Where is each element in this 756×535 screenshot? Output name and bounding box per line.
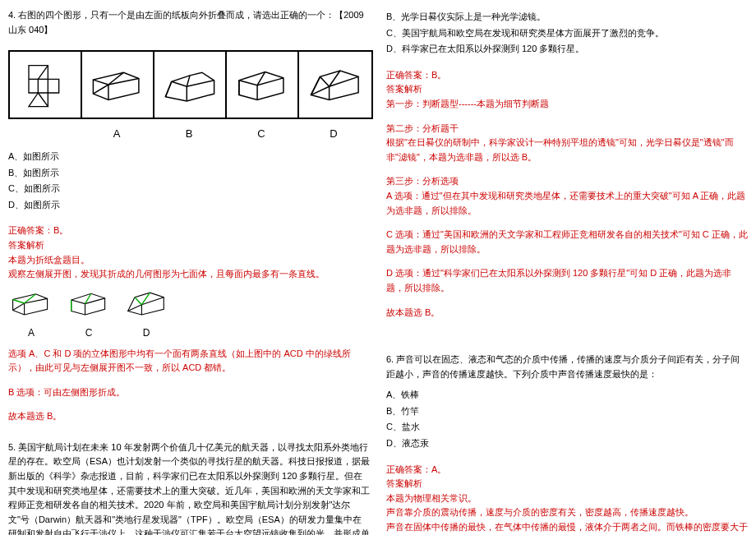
q5-optDParse: D 选项：通过"科学家们已在太阳系以外探测到 120 多颗行星"可知 D 正确，… [386,266,748,295]
q4-parse3: 选项 A、C 和 D 项的立体图形中均有一个面有两条直线（如上图中的 ACD 中… [8,347,370,376]
label-D: D [297,126,370,143]
q6-stem: 6. 声音可以在固态、液态和气态的介质中传播，传播的速度与介质分子间距有关，分子… [386,353,748,381]
option-B-shape [154,52,227,118]
q5-answer: 正确答案：B。 [386,68,748,83]
q4-optB: B、如图所示 [8,166,370,181]
q4-parse5: 故本题选 B。 [8,409,370,424]
small-diag-A: A [8,287,54,342]
q5-optC: C、美国宇航局和欧空局在发现和研究类星体方面展开了激烈的竞争。 [386,26,748,41]
q5-step2b: 根据"在日晷仪的研制中，科学家设计一种特别平坦的透镜"可知，光学日晷仪是"透镜"… [386,136,748,164]
q5-p1: 5. 美国宇航局计划在未来 10 年发射两个价值几十亿美元的航天器，以寻找太阳系… [8,440,370,535]
small-label-A: A [8,325,54,341]
option-C-shape [227,52,299,118]
q4-optD: D、如图所示 [8,198,370,213]
q5-optD: D、科学家已在太阳系以外探测到 120 多颗行星。 [386,42,748,57]
q6-parse3: 声音在固体中传播的最快，在气体中传播的最慢，液体介于两者之间。而铁棒的密度要大于… [386,520,748,535]
folding-diagram [8,50,373,119]
small-diag-C: C [66,287,112,342]
small-label-D: D [123,325,169,341]
small-diagrams-row: A C [8,287,370,342]
q5-optAParse: A 选项：通过"但在其中发现和研究类地星体，还需要技术上的重大突破"可知 A 正… [386,189,748,218]
q5-optB: B、光学日晷仪实际上是一种光学滤镜。 [386,10,748,25]
option-D-shape [299,52,371,118]
q6-parse-header: 答案解析 [386,477,748,491]
q4-parse2: 观察左侧展开图，发现其折成的几何图形为七面体，且每面内最多有一条直线。 [8,267,370,282]
label-C: C [225,126,297,143]
q4-answer: 正确答案：B。 [8,224,370,238]
net-unfolded [10,52,82,118]
q5-concl: 故本题选 B。 [386,306,748,321]
q4-parse1: 本题为折纸盒题目。 [8,253,370,268]
left-column: 4. 右图的四个图形，只有一个是由左面的纸板向外折叠而成，请选出正确的一个：【2… [8,8,370,535]
right-column: B、光学日晷仪实际上是一种光学滤镜。 C、美国宇航局和欧空局在发现和研究类星体方… [386,8,748,535]
label-B: B [153,126,225,143]
label-A: A [81,126,153,143]
q6-optB: B、竹竿 [386,404,748,419]
q6-optD: D、液态汞 [386,436,748,451]
small-label-C: C [66,325,112,341]
q6-optC: C、盐水 [386,420,748,435]
q5-step1: 第一步：判断题型------本题为细节判断题 [386,97,748,112]
q6-optA: A、铁棒 [386,388,748,403]
q6-parse2: 声音靠介质的震动传播，速度与介质的密度有关，密度越高，传播速度越快。 [386,505,748,520]
q6-parse1: 本题为物理相关常识。 [386,491,748,506]
q5-step2: 第二步：分析题干 [386,122,748,136]
q4-optC: C、如图所示 [8,182,370,196]
q4-parse-header: 答案解析 [8,238,370,253]
q4-stem: 4. 右图的四个图形，只有一个是由左面的纸板向外折叠而成，请选出正确的一个：【2… [8,8,370,37]
small-diag-D: D [123,287,169,342]
option-A-shape [82,52,154,118]
q4-parse4: B 选项：可由左侧图形折成。 [8,385,370,400]
q6-answer: 正确答案：A。 [386,463,748,477]
q5-step3: 第三步：分析选项 [386,174,748,189]
diagram-labels: A B C D [8,126,370,143]
q5-optCParse: C 选项：通过"美国和欧洲的天文学家和工程师正竞相研发各自的相关技术"可知 C … [386,228,748,256]
q4-optA: A、如图所示 [8,150,370,164]
q5-parse-header: 答案解析 [386,82,748,97]
